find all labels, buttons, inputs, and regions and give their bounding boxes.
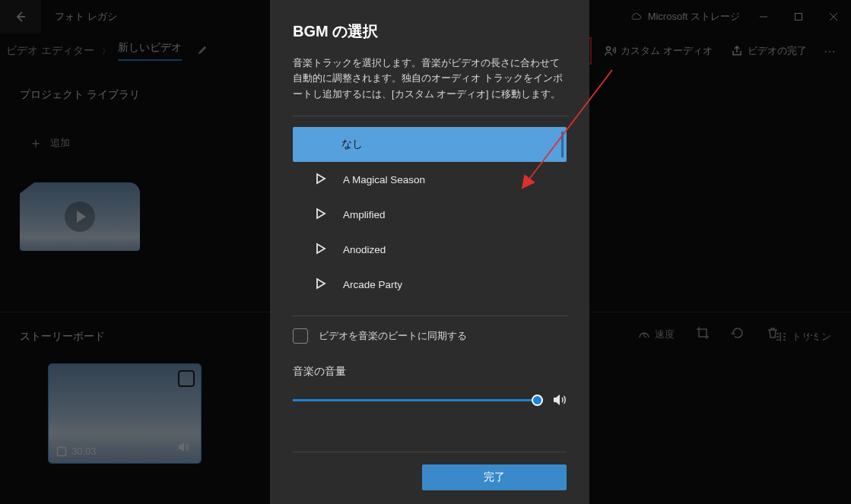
track-list: なし A Magical Season Amplified Anodized A… xyxy=(293,127,567,302)
track-label: Anodized xyxy=(343,244,386,255)
track-label: なし xyxy=(341,138,363,151)
track-item[interactable]: Anodized xyxy=(293,232,567,267)
track-item[interactable]: Amplified xyxy=(293,197,567,232)
track-item[interactable]: A Magical Season xyxy=(293,162,567,197)
sync-checkbox-row[interactable]: ビデオを音楽のビートに同期する xyxy=(293,328,567,344)
sync-label: ビデオを音楽のビートに同期する xyxy=(319,329,467,343)
play-icon xyxy=(314,242,326,257)
dialog-title: BGM の選択 xyxy=(293,21,567,42)
dialog-description: 音楽トラックを選択します。音楽がビデオの長さに合わせて自動的に調整されます。独自… xyxy=(293,55,567,102)
slider-knob[interactable] xyxy=(532,395,543,406)
bgm-dialog: BGM の選択 音楽トラックを選択します。音楽がビデオの長さに合わせて自動的に調… xyxy=(270,0,589,504)
track-item[interactable]: Arcade Party xyxy=(293,267,567,302)
volume-slider[interactable] xyxy=(293,399,538,401)
play-icon xyxy=(314,277,326,292)
done-button[interactable]: 完了 xyxy=(422,464,567,490)
track-label: Amplified xyxy=(343,209,386,220)
track-label: A Magical Season xyxy=(343,174,425,185)
speaker-icon xyxy=(551,392,567,407)
volume-label: 音楽の音量 xyxy=(293,365,567,379)
checkbox[interactable] xyxy=(293,328,308,344)
divider xyxy=(291,116,568,116)
play-icon xyxy=(314,173,326,187)
track-none[interactable]: なし xyxy=(293,127,567,162)
divider xyxy=(291,315,568,316)
track-label: Arcade Party xyxy=(343,279,402,290)
play-icon xyxy=(314,208,326,222)
